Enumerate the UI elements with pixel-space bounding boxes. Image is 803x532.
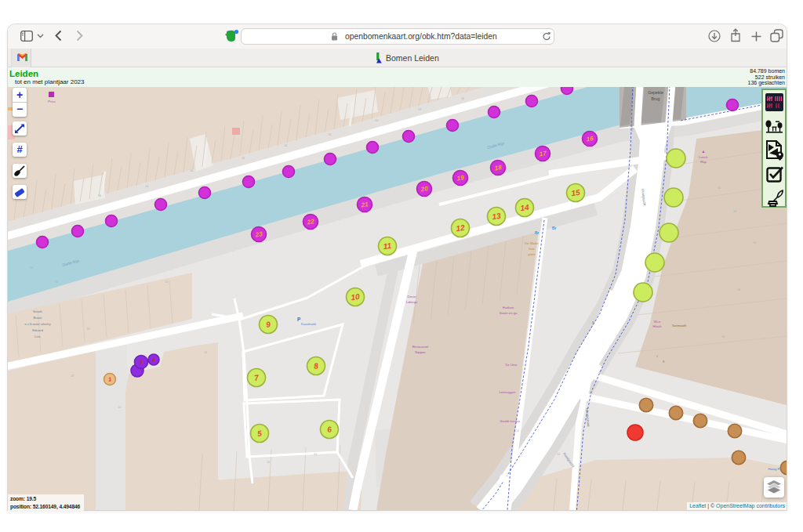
svg-text:Snoek: Snoek bbox=[33, 309, 43, 313]
svg-text:14: 14 bbox=[753, 241, 756, 244]
svg-text:14: 14 bbox=[190, 169, 193, 172]
svg-text:Steen en ga: Steen en ga bbox=[500, 311, 518, 315]
svg-text:14: 14 bbox=[242, 157, 245, 160]
svg-text:14: 14 bbox=[520, 203, 530, 213]
svg-text:Hooig R: Hooig R bbox=[768, 467, 779, 471]
svg-text:15: 15 bbox=[571, 188, 581, 198]
svg-text:12: 12 bbox=[456, 223, 466, 233]
svg-text:Hleuh: Hleuh bbox=[653, 324, 663, 328]
svg-text:P: P bbox=[297, 317, 301, 322]
svg-text:14: 14 bbox=[55, 280, 58, 284]
svg-text:10: 10 bbox=[351, 292, 361, 302]
svg-text:14: 14 bbox=[71, 375, 74, 378]
svg-text:19: 19 bbox=[456, 174, 465, 182]
svg-text:W+n: W+n bbox=[654, 320, 661, 324]
svg-text:Kaasmarkt: Kaasmarkt bbox=[301, 322, 317, 326]
svg-text:14: 14 bbox=[145, 185, 148, 188]
svg-text:Broek: Broek bbox=[34, 316, 43, 320]
svg-text:14: 14 bbox=[204, 351, 207, 354]
svg-text:Tartmouth: Tartmouth bbox=[672, 324, 687, 328]
svg-text:14: 14 bbox=[86, 328, 89, 331]
svg-text:14: 14 bbox=[718, 186, 721, 190]
svg-text:De Unie: De Unie bbox=[505, 363, 518, 367]
svg-text:♀: ♀ bbox=[656, 353, 659, 358]
svg-text:Nippon: Nippon bbox=[415, 350, 426, 354]
svg-text:Lins: Lins bbox=[35, 335, 41, 338]
svg-text:14: 14 bbox=[284, 144, 287, 147]
svg-text:linie: linie bbox=[529, 247, 535, 251]
svg-text:Gepekte: Gepekte bbox=[648, 90, 663, 95]
svg-text:21: 21 bbox=[360, 201, 369, 208]
svg-text:14: 14 bbox=[461, 97, 464, 100]
svg-text:20: 20 bbox=[420, 185, 429, 193]
svg-text:14: 14 bbox=[418, 108, 421, 111]
svg-text:23: 23 bbox=[254, 230, 263, 238]
svg-text:Decor: Decor bbox=[407, 295, 416, 299]
svg-text:14: 14 bbox=[737, 288, 740, 291]
svg-text:Hudson: Hudson bbox=[503, 306, 514, 309]
svg-text:14: 14 bbox=[98, 194, 101, 197]
svg-text:Restaurant: Restaurant bbox=[412, 345, 429, 349]
svg-text:Prius: Prius bbox=[48, 100, 56, 103]
svg-text:e.v.S.oster afvelry: e.v.S.oster afvelry bbox=[24, 322, 51, 326]
svg-text:Lentruggen: Lentruggen bbox=[499, 390, 516, 394]
svg-text:13: 13 bbox=[492, 212, 502, 222]
svg-text:Lidtinge: Lidtinge bbox=[406, 300, 418, 304]
svg-text:14: 14 bbox=[721, 335, 725, 338]
svg-text:14: 14 bbox=[118, 406, 121, 409]
svg-text:22: 22 bbox=[306, 218, 315, 226]
svg-text:17: 17 bbox=[539, 150, 547, 157]
svg-text:14: 14 bbox=[375, 119, 378, 122]
svg-text:14: 14 bbox=[30, 266, 33, 270]
svg-text:14: 14 bbox=[267, 461, 270, 464]
svg-text:14: 14 bbox=[516, 429, 519, 432]
svg-text:grien: grien bbox=[528, 252, 536, 256]
svg-text:Gouldi tricutio: Gouldi tricutio bbox=[500, 419, 520, 423]
svg-text:Br: Br bbox=[552, 226, 557, 230]
svg-text:Eduard: Eduard bbox=[32, 328, 43, 332]
svg-text:Rap: Rap bbox=[700, 160, 707, 164]
svg-text:11: 11 bbox=[383, 241, 392, 251]
svg-text:16: 16 bbox=[586, 135, 594, 143]
svg-text:14: 14 bbox=[557, 453, 560, 456]
svg-text:▲: ▲ bbox=[702, 149, 706, 154]
svg-text:De Water: De Water bbox=[525, 241, 539, 245]
svg-text:Br: Br bbox=[535, 230, 540, 235]
svg-text:14: 14 bbox=[328, 133, 331, 136]
svg-text:14: 14 bbox=[165, 280, 168, 284]
svg-text:14: 14 bbox=[733, 210, 736, 213]
svg-text:18: 18 bbox=[494, 164, 503, 172]
svg-text:Brug: Brug bbox=[652, 96, 660, 101]
svg-text:Lunch: Lunch bbox=[699, 155, 708, 159]
svg-text:14: 14 bbox=[314, 453, 317, 456]
